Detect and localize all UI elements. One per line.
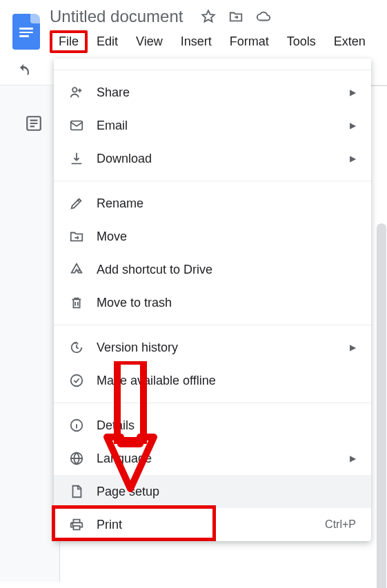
submenu-arrow-icon: ▶: [350, 454, 356, 463]
divider: [54, 403, 371, 403]
menu-item-page-setup[interactable]: Page setup: [54, 475, 371, 508]
trash-icon: [69, 295, 84, 310]
menu-extensions[interactable]: Exten: [325, 30, 375, 53]
shortcut-text: Ctrl+P: [325, 518, 356, 531]
menu-item-rename[interactable]: Rename: [54, 187, 371, 220]
undo-icon[interactable]: [15, 63, 32, 79]
scrollbar[interactable]: [377, 223, 386, 588]
document-title[interactable]: Untitled document: [50, 7, 183, 26]
move-to-folder-icon[interactable]: [228, 9, 244, 24]
menu-item-details[interactable]: Details: [54, 409, 371, 442]
print-icon: [69, 517, 84, 532]
menu-label: Share: [97, 85, 350, 100]
menu-bar: File Edit View Insert Format Tools Exten: [50, 30, 387, 53]
menu-item-print[interactable]: Print Ctrl+P: [54, 508, 371, 541]
menu-label: Language: [97, 452, 350, 466]
offline-icon: [69, 373, 84, 388]
menu-edit[interactable]: Edit: [88, 30, 127, 53]
submenu-arrow-icon: ▶: [350, 343, 356, 352]
menu-item-email[interactable]: Email ▶: [54, 109, 371, 142]
divider: [54, 70, 371, 70]
rename-icon: [69, 196, 84, 211]
submenu-arrow-icon: ▶: [350, 154, 356, 163]
info-icon: [69, 418, 84, 433]
menu-item-add-shortcut[interactable]: Add shortcut to Drive: [54, 253, 371, 286]
menu-label: Move: [97, 230, 356, 244]
drive-shortcut-icon: [69, 262, 84, 277]
menu-label: Make available offline: [97, 374, 356, 388]
cloud-status-icon[interactable]: [256, 9, 271, 24]
menu-label: Move to trash: [97, 296, 356, 310]
globe-icon: [69, 451, 84, 466]
email-icon: [69, 118, 84, 133]
menu-insert[interactable]: Insert: [172, 30, 221, 53]
menu-view[interactable]: View: [127, 30, 172, 53]
menu-label: Details: [97, 418, 356, 433]
menu-item-download[interactable]: Download ▶: [54, 142, 371, 175]
download-icon: [69, 151, 84, 166]
menu-label: Version history: [97, 341, 350, 355]
svg-point-3: [71, 375, 83, 387]
menu-item-move-to-trash[interactable]: Move to trash: [54, 286, 371, 319]
menu-item-move[interactable]: Move: [54, 220, 371, 253]
menu-item-share[interactable]: Share ▶: [54, 76, 371, 109]
menu-label: Rename: [97, 196, 356, 211]
svg-point-1: [72, 88, 77, 92]
menu-label: Email: [97, 119, 350, 133]
file-dropdown-menu: Share ▶ Email ▶ Download ▶ Rename Move A…: [54, 59, 371, 541]
history-icon: [69, 340, 84, 355]
menu-item-language[interactable]: Language ▶: [54, 442, 371, 475]
outline-icon[interactable]: [25, 114, 43, 132]
menu-tools[interactable]: Tools: [278, 30, 325, 53]
menu-format[interactable]: Format: [221, 30, 278, 53]
docs-logo[interactable]: [12, 14, 40, 50]
menu-item-make-offline[interactable]: Make available offline: [54, 364, 371, 397]
submenu-arrow-icon: ▶: [350, 121, 356, 130]
menu-label: Page setup: [97, 485, 356, 499]
page-setup-icon: [69, 484, 84, 499]
menu-item-version-history[interactable]: Version history ▶: [54, 331, 371, 364]
divider: [54, 181, 371, 181]
submenu-arrow-icon: ▶: [350, 88, 356, 97]
divider: [54, 325, 371, 325]
menu-label: Add shortcut to Drive: [97, 263, 356, 277]
star-icon[interactable]: [201, 9, 216, 24]
menu-label: Download: [97, 152, 350, 166]
menu-label: Print: [97, 518, 325, 532]
share-icon: [69, 85, 84, 100]
menu-file[interactable]: File: [50, 30, 88, 53]
menu-item-makecopy[interactable]: [54, 59, 371, 64]
move-icon: [69, 229, 84, 244]
